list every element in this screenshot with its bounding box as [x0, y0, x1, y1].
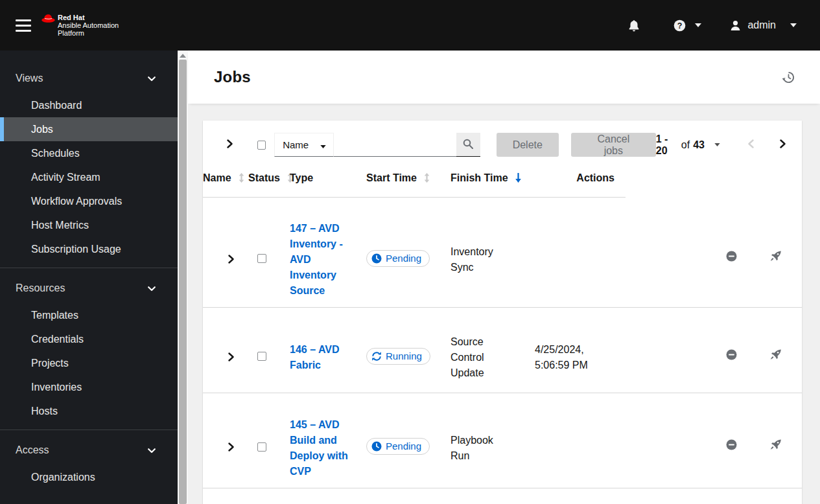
job-finish-time	[626, 393, 716, 488]
row-checkbox[interactable]	[257, 352, 266, 361]
relaunch-job-button[interactable]	[770, 349, 782, 362]
page-header: Jobs	[188, 51, 820, 104]
sidebar-item-host-metrics[interactable]: Host Metrics	[0, 213, 178, 237]
column-header-actions: Actions	[535, 159, 626, 197]
chevron-down-icon	[695, 23, 701, 27]
app-window: Red Hat Ansible Automation Platform ?	[0, 0, 820, 504]
sort-desc-icon[interactable]	[515, 173, 522, 183]
row-expand-button[interactable]	[228, 442, 237, 453]
relaunch-job-button[interactable]	[770, 439, 782, 452]
nav-toggle-button[interactable]	[16, 19, 31, 32]
job-type: Playbook Run	[451, 393, 535, 488]
column-header-name[interactable]: Name	[203, 159, 248, 197]
column-label: Type	[290, 172, 313, 184]
sidebar-item: Inventories	[0, 375, 178, 399]
select-all-checkbox[interactable]	[257, 141, 266, 150]
cancel-job-button[interactable]	[726, 439, 737, 452]
column-label: Status	[248, 172, 280, 184]
sidebar-scrollbar[interactable]	[178, 51, 188, 504]
sidebar-item-dashboard[interactable]: Dashboard	[0, 93, 178, 117]
scrollbar-thumb[interactable]	[179, 60, 187, 504]
search-icon	[463, 139, 473, 151]
sidebar-nav: Views Dashboard Jobs Schedules Activity …	[0, 51, 178, 504]
sidebar-item-workflow-approvals[interactable]: Workflow Approvals	[0, 189, 178, 213]
cancel-job-button[interactable]	[726, 251, 737, 264]
column-label: Name	[203, 172, 231, 184]
pending-clock-icon	[371, 441, 382, 452]
notifications-button[interactable]	[628, 19, 640, 32]
cancel-job-button[interactable]	[726, 349, 737, 362]
sidebar-item-subscription-usage[interactable]: Subscription Usage	[0, 237, 178, 261]
hamburger-icon	[16, 19, 31, 21]
row-checkbox[interactable]	[257, 254, 266, 263]
sidebar-item: Dashboard	[0, 93, 178, 117]
main-content: Jobs Name	[188, 51, 820, 504]
sidebar-item: Activity Stream	[0, 165, 178, 189]
chevron-right-icon	[226, 139, 233, 150]
sidebar-item: Hosts	[0, 399, 178, 423]
refresh-history-button[interactable]	[782, 71, 795, 84]
brand-logo: Red Hat Ansible Automation Platform	[41, 14, 119, 37]
column-header-start-time[interactable]: Start Time	[366, 159, 451, 197]
sort-icon[interactable]	[238, 173, 245, 183]
sidebar-item-activity-stream[interactable]: Activity Stream	[0, 165, 178, 189]
job-type: Source Control Update	[451, 307, 535, 393]
job-name-link[interactable]: 147 – AVD Inventory - AVD Inventory Sour…	[290, 221, 357, 299]
chevron-right-icon	[228, 352, 235, 363]
pagination-total: 43	[693, 139, 705, 151]
scrollbar-up-arrow-icon[interactable]	[180, 54, 186, 58]
table-body: 147 – AVD Inventory - AVD Inventory Sour…	[203, 197, 802, 504]
row-checkbox[interactable]	[257, 442, 266, 452]
status-badge: Pending	[366, 250, 430, 267]
sort-icon[interactable]	[423, 173, 430, 183]
sidebar-item-hosts[interactable]: Hosts	[0, 399, 178, 423]
username-label: admin	[747, 19, 776, 31]
row-expand-button[interactable]	[228, 352, 237, 363]
previous-page-button[interactable]	[747, 139, 755, 150]
chevron-down-icon	[148, 282, 156, 294]
chevron-down-icon	[148, 73, 156, 84]
sidebar-item-schedules[interactable]: Schedules	[0, 141, 178, 165]
expand-all-button[interactable]	[226, 139, 235, 150]
sidebar-section-header[interactable]: Views	[0, 66, 178, 91]
job-finish-time	[626, 197, 716, 307]
user-icon	[730, 20, 741, 31]
pagination-caret-icon[interactable]	[714, 143, 720, 146]
minus-circle-icon	[726, 349, 737, 362]
sidebar-item-inventories[interactable]: Inventories	[0, 375, 178, 399]
column-header-finish-time[interactable]: Finish Time	[451, 159, 535, 197]
column-header-status[interactable]: Status	[248, 159, 290, 197]
sidebar-section-header[interactable]: Access	[0, 438, 178, 463]
delete-button[interactable]: Delete	[497, 133, 559, 157]
caret-down-icon	[320, 139, 326, 150]
sidebar-item: Jobs	[0, 117, 178, 141]
job-name-link[interactable]: 145 – AVD Build and Deploy with CVP	[290, 417, 357, 479]
sidebar-item-jobs[interactable]: Jobs	[0, 117, 178, 141]
sidebar-section-header[interactable]: Resources	[0, 276, 178, 301]
search-input[interactable]	[334, 133, 456, 157]
table-row-partial	[203, 488, 802, 504]
job-name-link[interactable]: 146 – AVD Fabric	[290, 342, 357, 373]
help-menu-button[interactable]: ?	[674, 19, 701, 32]
cancel-jobs-button[interactable]: Cancel jobs	[571, 133, 656, 157]
user-menu-button[interactable]: admin	[730, 19, 797, 31]
sidebar-item-organizations[interactable]: Organizations	[0, 465, 178, 489]
row-expand-button[interactable]	[228, 255, 237, 266]
filter-attribute-select[interactable]: Name	[274, 133, 334, 157]
sidebar-item-projects[interactable]: Projects	[0, 351, 178, 375]
jobs-card: Name Delete Cancel jobs 1 - 20 of 43	[203, 120, 802, 504]
chevron-left-icon	[747, 139, 755, 150]
sidebar-section: Views Dashboard Jobs Schedules Activity …	[0, 61, 178, 268]
sidebar-item: Host Metrics	[0, 213, 178, 237]
search-button[interactable]	[456, 133, 480, 157]
question-circle-icon: ?	[674, 19, 686, 32]
sidebar-item-credentials[interactable]: Credentials	[0, 327, 178, 351]
bell-icon	[628, 19, 640, 32]
relaunch-job-button[interactable]	[770, 251, 782, 264]
next-page-button[interactable]	[779, 139, 786, 150]
masthead: Red Hat Ansible Automation Platform ?	[0, 0, 820, 51]
running-sync-icon	[371, 351, 382, 361]
pagination-range: 1 - 20	[656, 133, 678, 157]
sidebar-item-templates[interactable]: Templates	[0, 303, 178, 327]
redhat-fedora-icon	[41, 14, 56, 24]
